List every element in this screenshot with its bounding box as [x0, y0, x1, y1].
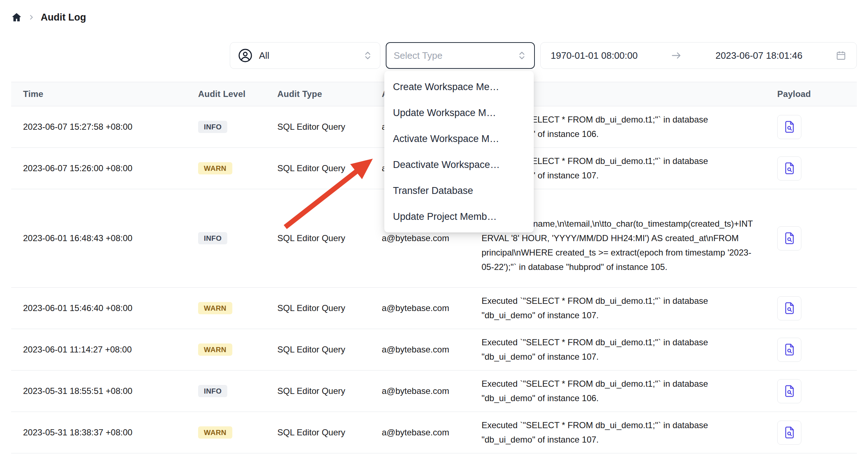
- audit-type-cell: SQL Editor Query: [265, 288, 370, 329]
- actor-cell: a@bytebase.com: [370, 412, 470, 453]
- time-cell: 2023-05-31 18:55:51 +08:00: [11, 371, 186, 412]
- arrow-right-icon: [671, 50, 682, 61]
- table-row: 2023-05-31 18:55:51 +08:00 INFO SQL Edit…: [11, 371, 857, 412]
- type-dropdown-menu: Create Workspace Member Update Workspace…: [384, 71, 534, 232]
- file-search-icon: [783, 162, 796, 175]
- page-title: Audit Log: [41, 12, 86, 23]
- time-cell: 2023-06-01 16:48:43 +08:00: [11, 189, 186, 288]
- time-cell: 2023-06-07 15:27:58 +08:00: [11, 106, 186, 148]
- table-row: 2023-06-01 15:46:40 +08:00 WARN SQL Edit…: [11, 288, 857, 329]
- file-search-icon: [783, 385, 796, 398]
- file-search-icon: [783, 120, 796, 133]
- file-search-icon: [783, 232, 796, 245]
- actor-filter-select[interactable]: All: [230, 42, 380, 69]
- date-range-picker[interactable]: 1970-01-01 08:00:00 2023-06-07 18:01:46: [540, 42, 857, 69]
- dropdown-item-activate-workspace-member[interactable]: Activate Workspace Member: [384, 126, 534, 152]
- dropdown-item-deactivate-workspace-member[interactable]: Deactivate Workspace Member: [384, 152, 534, 178]
- audit-level-badge: INFO: [198, 232, 227, 244]
- audit-level-badge: WARN: [198, 302, 232, 314]
- actor-cell: a@bytebase.com: [370, 329, 470, 371]
- payload-button[interactable]: [777, 338, 801, 362]
- actor-cell: a@bytebase.com: [370, 371, 470, 412]
- time-cell: 2023-06-01 11:14:27 +08:00: [11, 329, 186, 371]
- payload-button[interactable]: [777, 115, 801, 139]
- table-row: 2023-05-31 18:38:37 +08:00 WARN SQL Edit…: [11, 412, 857, 453]
- home-icon[interactable]: [11, 12, 22, 23]
- time-cell: 2023-05-31 18:38:37 +08:00: [11, 412, 186, 453]
- time-cell: 2023-06-01 15:46:40 +08:00: [11, 288, 186, 329]
- actor-filter-value: All: [259, 50, 357, 61]
- date-range-start[interactable]: 1970-01-01 08:00:00: [551, 50, 637, 61]
- table-row: 2023-06-01 11:14:27 +08:00 WARN SQL Edit…: [11, 329, 857, 371]
- file-search-icon: [783, 343, 796, 356]
- payload-button[interactable]: [777, 379, 801, 403]
- column-header-payload: Payload: [765, 82, 857, 106]
- select-chevrons-icon: [517, 50, 527, 61]
- comment-cell: Executed `"SELECT * FROM db_ui_demo.t1;"…: [482, 335, 755, 364]
- file-search-icon: [783, 302, 796, 315]
- user-circle-icon: [237, 48, 253, 63]
- audit-type-cell: SQL Editor Query: [265, 189, 370, 288]
- select-chevrons-icon: [363, 50, 373, 61]
- payload-button[interactable]: [777, 421, 801, 445]
- payload-button[interactable]: [777, 226, 801, 250]
- comment-cell: Executed `"SELECT * FROM db_ui_demo.t1;"…: [482, 418, 755, 447]
- calendar-icon: [836, 50, 846, 61]
- audit-type-cell: SQL Editor Query: [265, 329, 370, 371]
- chevron-right-icon: [28, 14, 35, 21]
- audit-level-badge: WARN: [198, 343, 232, 356]
- type-filter-select[interactable]: Select Type: [386, 42, 535, 69]
- type-filter-placeholder: Select Type: [394, 50, 517, 61]
- payload-button[interactable]: [777, 156, 801, 181]
- audit-type-cell: SQL Editor Query: [265, 148, 370, 189]
- breadcrumb: Audit Log: [11, 11, 868, 24]
- audit-type-cell: SQL Editor Query: [265, 371, 370, 412]
- column-header-time: Time: [11, 82, 186, 106]
- time-cell: 2023-06-07 15:26:00 +08:00: [11, 148, 186, 189]
- audit-level-badge: INFO: [198, 385, 227, 397]
- audit-level-badge: INFO: [198, 121, 227, 133]
- audit-level-badge: WARN: [198, 426, 232, 439]
- file-search-icon: [783, 426, 796, 439]
- audit-type-cell: SQL Editor Query: [265, 106, 370, 148]
- column-header-audit-type: Audit Type: [265, 82, 370, 106]
- comment-cell: Executed `"SELECT * FROM db_ui_demo.t1;"…: [482, 294, 755, 323]
- column-header-audit-level: Audit Level: [186, 82, 265, 106]
- comment-cell: Executed `"SELECT * FROM db_ui_demo.t1;"…: [482, 377, 755, 405]
- payload-button[interactable]: [777, 296, 801, 320]
- dropdown-item-create-workspace-member[interactable]: Create Workspace Member: [384, 74, 534, 100]
- dropdown-item-transfer-database[interactable]: Transfer Database: [384, 178, 534, 204]
- filter-bar: All Select Type 1970-01-01 08:00:00 2023…: [0, 42, 857, 69]
- audit-level-badge: WARN: [198, 162, 232, 174]
- dropdown-item-update-project-member[interactable]: Update Project Member Role: [384, 204, 534, 230]
- dropdown-item-update-workspace-member[interactable]: Update Workspace Member: [384, 100, 534, 126]
- audit-type-cell: SQL Editor Query: [265, 412, 370, 453]
- actor-cell: a@bytebase.com: [370, 288, 470, 329]
- date-range-end[interactable]: 2023-06-07 18:01:46: [716, 50, 802, 61]
